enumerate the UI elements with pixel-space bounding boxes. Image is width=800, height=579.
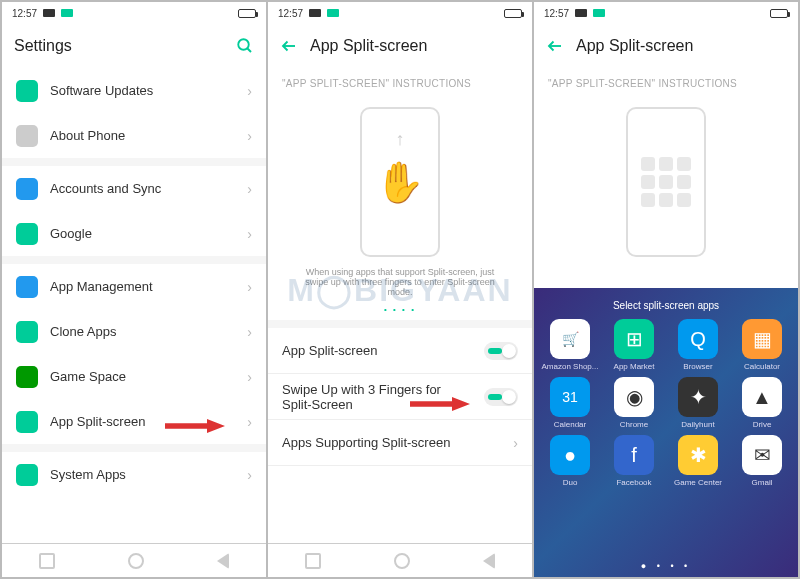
app-icon xyxy=(16,321,38,343)
settings-item[interactable]: Software Updates› xyxy=(2,68,266,113)
item-label: Software Updates xyxy=(50,83,153,98)
chevron-right-icon: › xyxy=(247,369,252,385)
status-icon xyxy=(575,9,587,17)
battery-icon xyxy=(770,9,788,18)
illustration xyxy=(534,97,798,267)
chevron-right-icon: › xyxy=(247,128,252,144)
separator xyxy=(2,158,266,166)
option-item[interactable]: Apps Supporting Split-screen› xyxy=(268,420,532,465)
app-icon: f xyxy=(614,435,654,475)
status-time: 12:57 xyxy=(544,8,569,19)
item-label: System Apps xyxy=(50,467,126,482)
battery-icon xyxy=(504,9,522,18)
settings-item[interactable]: Game Space› xyxy=(2,354,266,399)
item-label: App Split-screen xyxy=(282,343,377,358)
app-launcher[interactable]: QBrowser xyxy=(668,319,728,371)
chevron-right-icon: › xyxy=(513,435,518,451)
app-grid-icon xyxy=(633,149,699,215)
item-label: About Phone xyxy=(50,128,125,143)
phone-illustration xyxy=(626,107,706,257)
settings-item[interactable]: Google› xyxy=(2,211,266,256)
item-label: Apps Supporting Split-screen xyxy=(282,435,450,450)
app-launcher[interactable]: ✦Dailyhunt xyxy=(668,377,728,429)
separator xyxy=(268,320,532,328)
status-icon xyxy=(593,9,605,17)
nav-back[interactable] xyxy=(217,553,229,569)
chevron-right-icon: › xyxy=(247,324,252,340)
header: App Split-screen xyxy=(268,24,532,68)
app-icon xyxy=(16,464,38,486)
settings-item[interactable]: About Phone› xyxy=(2,113,266,158)
item-label: Game Space xyxy=(50,369,126,384)
status-icon xyxy=(43,9,55,17)
drawer-page-dots: ● • • • xyxy=(534,561,798,571)
app-icon: ⊞ xyxy=(614,319,654,359)
item-label: Swipe Up with 3 Fingers for Split-Screen xyxy=(282,382,452,412)
nav-back[interactable] xyxy=(483,553,495,569)
item-label: Clone Apps xyxy=(50,324,117,339)
app-icon: ● xyxy=(550,435,590,475)
toggle-switch[interactable] xyxy=(484,388,518,406)
status-icon xyxy=(309,9,321,17)
back-icon[interactable] xyxy=(280,37,298,55)
chevron-right-icon: › xyxy=(247,83,252,99)
nav-recent[interactable] xyxy=(305,553,321,569)
app-label: App Market xyxy=(614,362,655,371)
app-label: Facebook xyxy=(616,478,651,487)
back-icon[interactable] xyxy=(546,37,564,55)
app-launcher[interactable]: ⊞App Market xyxy=(604,319,664,371)
app-launcher[interactable]: ▦Calculator xyxy=(732,319,792,371)
app-launcher[interactable]: 31Calendar xyxy=(540,377,600,429)
toggle-switch[interactable] xyxy=(484,342,518,360)
status-icon xyxy=(61,9,73,17)
app-icon xyxy=(16,276,38,298)
search-icon[interactable] xyxy=(236,37,254,55)
phone-app-drawer: 12:57 App Split-screen "APP SPLIT-SCREEN… xyxy=(534,2,798,577)
header: App Split-screen xyxy=(534,24,798,68)
battery-icon xyxy=(238,9,256,18)
app-launcher[interactable]: ◉Chrome xyxy=(604,377,664,429)
status-icon xyxy=(327,9,339,17)
page-title: App Split-screen xyxy=(576,37,693,55)
option-item[interactable]: App Split-screen xyxy=(268,328,532,373)
nav-recent[interactable] xyxy=(39,553,55,569)
app-launcher[interactable]: ▲Drive xyxy=(732,377,792,429)
app-label: Calculator xyxy=(744,362,780,371)
illustration: ↑ ✋ xyxy=(268,97,532,267)
app-launcher[interactable]: fFacebook xyxy=(604,435,664,487)
description: When using apps that support Split-scree… xyxy=(268,267,532,305)
app-icon xyxy=(16,80,38,102)
page-title: Settings xyxy=(14,37,72,55)
settings-item[interactable]: Clone Apps› xyxy=(2,309,266,354)
nav-home[interactable] xyxy=(394,553,410,569)
app-launcher[interactable]: ●Duo xyxy=(540,435,600,487)
status-time: 12:57 xyxy=(278,8,303,19)
app-drawer: Select split-screen apps 🛒Amazon Shop...… xyxy=(534,288,798,577)
app-icon: ◉ xyxy=(614,377,654,417)
settings-item[interactable]: Accounts and Sync› xyxy=(2,166,266,211)
app-label: Browser xyxy=(683,362,712,371)
app-icon: Q xyxy=(678,319,718,359)
chevron-right-icon: › xyxy=(247,414,252,430)
settings-item[interactable]: App Split-screen› xyxy=(2,399,266,444)
settings-item[interactable]: System Apps› xyxy=(2,452,266,497)
app-icon xyxy=(16,125,38,147)
settings-list: Software Updates›About Phone›Accounts an… xyxy=(2,68,266,543)
app-label: Duo xyxy=(563,478,578,487)
settings-item[interactable]: App Management› xyxy=(2,264,266,309)
app-launcher[interactable]: ✱Game Center xyxy=(668,435,728,487)
app-launcher[interactable]: 🛒Amazon Shop... xyxy=(540,319,600,371)
app-launcher[interactable]: ✉Gmail xyxy=(732,435,792,487)
nav-home[interactable] xyxy=(128,553,144,569)
app-icon: 31 xyxy=(550,377,590,417)
app-label: Chrome xyxy=(620,420,648,429)
phone-settings: 12:57 Settings Software Updates›About Ph… xyxy=(2,2,266,577)
item-label: Google xyxy=(50,226,92,241)
header: Settings xyxy=(2,24,266,68)
chevron-right-icon: › xyxy=(247,467,252,483)
app-label: Game Center xyxy=(674,478,722,487)
app-icon xyxy=(16,366,38,388)
screenshot-container: M◯BIGYAAN 12:57 Settings Software Update… xyxy=(0,0,800,579)
option-item[interactable]: Swipe Up with 3 Fingers for Split-Screen xyxy=(268,374,532,419)
app-icon: ▲ xyxy=(742,377,782,417)
